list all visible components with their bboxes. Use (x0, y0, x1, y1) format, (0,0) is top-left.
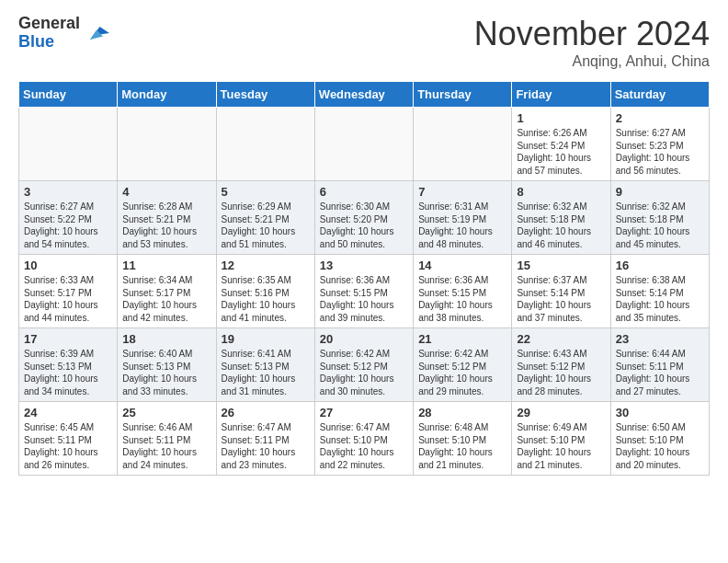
day-number: 8 (517, 185, 605, 199)
day-number: 7 (418, 185, 506, 199)
logo-general: General (18, 15, 80, 33)
day-number: 24 (24, 406, 112, 419)
day-info: Sunrise: 6:46 AM Sunset: 5:11 PM Dayligh… (122, 421, 210, 471)
day-info: Sunrise: 6:42 AM Sunset: 5:12 PM Dayligh… (418, 348, 506, 397)
calendar-cell: 24Sunrise: 6:45 AM Sunset: 5:11 PM Dayli… (19, 402, 118, 476)
day-number: 21 (418, 332, 506, 346)
day-number: 18 (122, 332, 210, 346)
day-info: Sunrise: 6:48 AM Sunset: 5:10 PM Dayligh… (418, 421, 506, 471)
day-number: 27 (320, 406, 408, 419)
day-number: 3 (24, 185, 112, 199)
calendar-cell: 3Sunrise: 6:27 AM Sunset: 5:22 PM Daylig… (19, 181, 118, 255)
day-number: 29 (517, 406, 605, 419)
page: General Blue November 2024 Anqing, Anhui… (0, 0, 728, 490)
calendar-cell: 2Sunrise: 6:27 AM Sunset: 5:23 PM Daylig… (610, 108, 709, 181)
col-saturday: Saturday (610, 82, 709, 108)
day-info: Sunrise: 6:47 AM Sunset: 5:11 PM Dayligh… (222, 421, 310, 471)
day-number: 22 (517, 332, 605, 346)
day-number: 4 (122, 185, 210, 199)
day-info: Sunrise: 6:36 AM Sunset: 5:15 PM Dayligh… (418, 274, 506, 324)
day-info: Sunrise: 6:33 AM Sunset: 5:17 PM Dayligh… (24, 274, 112, 324)
day-info: Sunrise: 6:43 AM Sunset: 5:12 PM Dayligh… (517, 348, 605, 397)
calendar-cell: 4Sunrise: 6:28 AM Sunset: 5:21 PM Daylig… (118, 181, 216, 255)
calendar-cell: 22Sunrise: 6:43 AM Sunset: 5:12 PM Dayli… (512, 328, 610, 402)
day-number: 12 (222, 259, 310, 272)
calendar-cell: 21Sunrise: 6:42 AM Sunset: 5:12 PM Dayli… (414, 328, 512, 402)
day-number: 2 (616, 111, 704, 125)
calendar-cell: 10Sunrise: 6:33 AM Sunset: 5:17 PM Dayli… (19, 255, 118, 328)
day-info: Sunrise: 6:26 AM Sunset: 5:24 PM Dayligh… (517, 127, 605, 177)
calendar-cell: 8Sunrise: 6:32 AM Sunset: 5:18 PM Daylig… (512, 181, 610, 255)
calendar-cell: 13Sunrise: 6:36 AM Sunset: 5:15 PM Dayli… (314, 255, 413, 328)
day-number: 10 (24, 259, 112, 272)
calendar-cell (314, 108, 413, 181)
calendar-cell: 14Sunrise: 6:36 AM Sunset: 5:15 PM Dayli… (414, 255, 512, 328)
calendar-week-row: 1Sunrise: 6:26 AM Sunset: 5:24 PM Daylig… (19, 108, 710, 181)
day-info: Sunrise: 6:28 AM Sunset: 5:21 PM Dayligh… (122, 201, 210, 250)
day-number: 28 (418, 406, 506, 419)
day-number: 13 (320, 259, 408, 272)
day-number: 14 (418, 259, 506, 272)
calendar-cell: 1Sunrise: 6:26 AM Sunset: 5:24 PM Daylig… (512, 108, 610, 181)
calendar-cell: 16Sunrise: 6:38 AM Sunset: 5:14 PM Dayli… (610, 255, 709, 328)
col-wednesday: Wednesday (314, 82, 413, 108)
day-info: Sunrise: 6:29 AM Sunset: 5:21 PM Dayligh… (222, 201, 310, 250)
day-info: Sunrise: 6:50 AM Sunset: 5:10 PM Dayligh… (616, 421, 704, 471)
logo-text: General Blue (18, 15, 80, 52)
calendar-cell: 12Sunrise: 6:35 AM Sunset: 5:16 PM Dayli… (216, 255, 314, 328)
calendar-table: Sunday Monday Tuesday Wednesday Thursday… (18, 81, 710, 476)
day-number: 25 (122, 406, 210, 419)
day-info: Sunrise: 6:49 AM Sunset: 5:10 PM Dayligh… (517, 421, 605, 471)
day-info: Sunrise: 6:27 AM Sunset: 5:22 PM Dayligh… (24, 201, 112, 250)
day-number: 20 (320, 332, 408, 346)
calendar-cell: 25Sunrise: 6:46 AM Sunset: 5:11 PM Dayli… (118, 402, 216, 476)
day-info: Sunrise: 6:35 AM Sunset: 5:16 PM Dayligh… (222, 274, 310, 324)
calendar-cell (118, 108, 216, 181)
calendar-cell: 29Sunrise: 6:49 AM Sunset: 5:10 PM Dayli… (512, 402, 610, 476)
calendar-cell: 18Sunrise: 6:40 AM Sunset: 5:13 PM Dayli… (118, 328, 216, 402)
calendar-cell: 9Sunrise: 6:32 AM Sunset: 5:18 PM Daylig… (610, 181, 709, 255)
calendar-cell: 15Sunrise: 6:37 AM Sunset: 5:14 PM Dayli… (512, 255, 610, 328)
day-info: Sunrise: 6:40 AM Sunset: 5:13 PM Dayligh… (122, 348, 210, 397)
day-number: 9 (616, 185, 704, 199)
day-number: 30 (616, 406, 704, 419)
day-info: Sunrise: 6:30 AM Sunset: 5:20 PM Dayligh… (320, 201, 408, 250)
day-info: Sunrise: 6:32 AM Sunset: 5:18 PM Dayligh… (517, 201, 605, 250)
day-info: Sunrise: 6:31 AM Sunset: 5:19 PM Dayligh… (418, 201, 506, 250)
day-info: Sunrise: 6:38 AM Sunset: 5:14 PM Dayligh… (616, 274, 704, 324)
day-info: Sunrise: 6:32 AM Sunset: 5:18 PM Dayligh… (616, 201, 704, 250)
calendar-cell: 11Sunrise: 6:34 AM Sunset: 5:17 PM Dayli… (118, 255, 216, 328)
calendar-cell: 17Sunrise: 6:39 AM Sunset: 5:13 PM Dayli… (19, 328, 118, 402)
calendar-week-row: 17Sunrise: 6:39 AM Sunset: 5:13 PM Dayli… (19, 328, 710, 402)
day-info: Sunrise: 6:41 AM Sunset: 5:13 PM Dayligh… (222, 348, 310, 397)
day-number: 23 (616, 332, 704, 346)
calendar-cell: 7Sunrise: 6:31 AM Sunset: 5:19 PM Daylig… (414, 181, 512, 255)
day-info: Sunrise: 6:47 AM Sunset: 5:10 PM Dayligh… (320, 421, 408, 471)
calendar-cell: 27Sunrise: 6:47 AM Sunset: 5:10 PM Dayli… (314, 402, 413, 476)
header: General Blue November 2024 Anqing, Anhui… (18, 15, 710, 70)
day-info: Sunrise: 6:45 AM Sunset: 5:11 PM Dayligh… (24, 421, 112, 471)
col-thursday: Thursday (414, 82, 512, 108)
calendar-cell: 23Sunrise: 6:44 AM Sunset: 5:11 PM Dayli… (610, 328, 709, 402)
col-friday: Friday (512, 82, 610, 108)
day-number: 11 (122, 259, 210, 272)
calendar-week-row: 24Sunrise: 6:45 AM Sunset: 5:11 PM Dayli… (19, 402, 710, 476)
col-sunday: Sunday (19, 82, 118, 108)
calendar-cell: 19Sunrise: 6:41 AM Sunset: 5:13 PM Dayli… (216, 328, 314, 402)
day-info: Sunrise: 6:37 AM Sunset: 5:14 PM Dayligh… (517, 274, 605, 324)
calendar-cell: 28Sunrise: 6:48 AM Sunset: 5:10 PM Dayli… (414, 402, 512, 476)
title-block: November 2024 Anqing, Anhui, China (474, 15, 710, 70)
day-number: 17 (24, 332, 112, 346)
day-info: Sunrise: 6:34 AM Sunset: 5:17 PM Dayligh… (122, 274, 210, 324)
day-number: 19 (222, 332, 310, 346)
calendar-cell: 26Sunrise: 6:47 AM Sunset: 5:11 PM Dayli… (216, 402, 314, 476)
calendar-cell: 5Sunrise: 6:29 AM Sunset: 5:21 PM Daylig… (216, 181, 314, 255)
day-number: 15 (517, 259, 605, 272)
calendar-week-row: 10Sunrise: 6:33 AM Sunset: 5:17 PM Dayli… (19, 255, 710, 328)
location: Anqing, Anhui, China (474, 53, 710, 70)
calendar-cell: 6Sunrise: 6:30 AM Sunset: 5:20 PM Daylig… (314, 181, 413, 255)
logo: General Blue (18, 15, 109, 52)
day-info: Sunrise: 6:42 AM Sunset: 5:12 PM Dayligh… (320, 348, 408, 397)
col-monday: Monday (118, 82, 216, 108)
day-info: Sunrise: 6:44 AM Sunset: 5:11 PM Dayligh… (616, 348, 704, 397)
